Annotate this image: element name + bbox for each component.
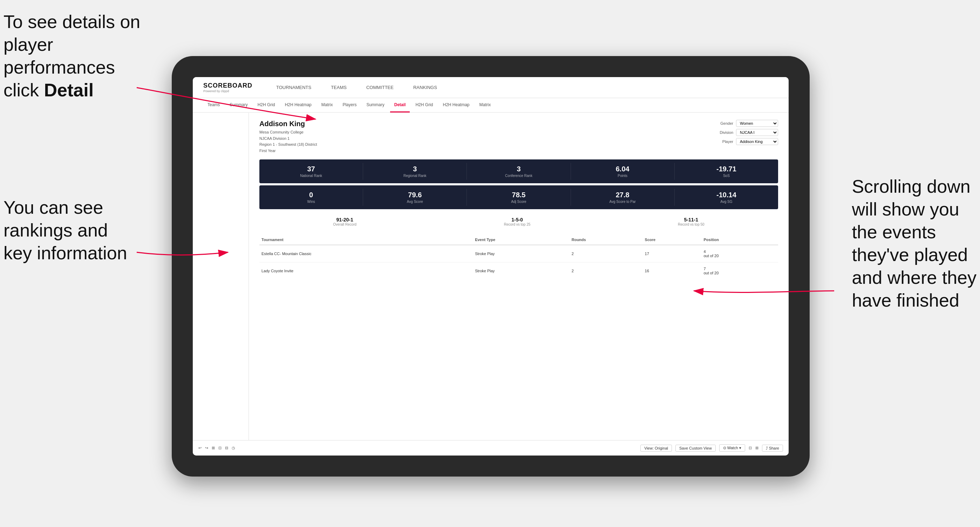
- player-year: First Year: [259, 148, 317, 154]
- rounds-1: 2: [570, 245, 643, 262]
- rounds-2: 2: [570, 262, 643, 279]
- stat-conference-rank: 3 Conference Rank: [467, 163, 571, 180]
- subnav-detail[interactable]: Detail: [390, 98, 410, 113]
- toolbar-icon6[interactable]: ⊞: [755, 446, 759, 450]
- player-select[interactable]: Addison King: [736, 138, 778, 145]
- stat-points-label: Points: [574, 174, 671, 178]
- record-top25: 1-5-0 Record vs top 25: [504, 217, 531, 226]
- stat-national-rank-value: 37: [263, 165, 359, 173]
- subnav-h2h-heatmap2[interactable]: H2H Heatmap: [439, 98, 474, 113]
- stat-points: 6.04 Points: [571, 163, 675, 180]
- nav-committee[interactable]: COMMITTEE: [363, 77, 396, 98]
- nav-tournaments[interactable]: TOURNAMENTS: [274, 77, 314, 98]
- player-school: Mesa Community College: [259, 129, 317, 136]
- record-top50-value: 5-11-1: [678, 217, 705, 222]
- col-rounds: Rounds: [570, 235, 643, 245]
- tournament-name-1: Estella CC- Mountain Classic: [259, 245, 473, 262]
- tournament-table: Tournament Event Type Rounds Score Posit…: [259, 235, 778, 279]
- toolbar-icon5[interactable]: ⊡: [749, 446, 752, 450]
- subnav-h2h-grid[interactable]: H2H Grid: [253, 98, 279, 113]
- stat-avg-sg: -10.14 Avg SG: [675, 189, 778, 206]
- record-overall-label: Overall Record: [333, 222, 356, 226]
- record-top25-label: Record vs top 25: [504, 222, 531, 226]
- stat-adj-score-value: 78.5: [470, 191, 567, 199]
- stat-sos-value: -19.71: [678, 165, 775, 173]
- player-name: Addison King: [259, 120, 317, 128]
- gender-label: Gender: [720, 121, 733, 125]
- position-2: 7out of 20: [702, 262, 778, 279]
- record-overall-value: 91-20-1: [333, 217, 356, 222]
- subnav-summary2[interactable]: Summary: [362, 98, 388, 113]
- stat-conference-rank-value: 3: [470, 165, 567, 173]
- toolbar-view-original[interactable]: View: Original: [640, 444, 672, 452]
- stat-regional-rank-value: 3: [367, 165, 463, 173]
- annotation-topleft: To see details on player performances cl…: [3, 11, 144, 102]
- division-label: Division: [719, 130, 733, 135]
- stat-avg-sg-label: Avg SG: [678, 200, 775, 203]
- toolbar-icon1[interactable]: ⊞: [212, 446, 215, 450]
- col-score: Score: [643, 235, 702, 245]
- table-row: Estella CC- Mountain Classic Stroke Play…: [259, 245, 778, 262]
- player-info-section: Addison King Mesa Community College NJCA…: [259, 120, 778, 154]
- subnav-h2h-grid2[interactable]: H2H Grid: [411, 98, 437, 113]
- stat-conference-rank-label: Conference Rank: [470, 174, 567, 178]
- tournament-name-2: Lady Coyote Invite: [259, 262, 473, 279]
- stat-avg-score: 79.6 Avg Score: [363, 189, 467, 206]
- stat-avg-score-par: 27.8 Avg Score to Par: [571, 189, 675, 206]
- gender-filter-row: Gender Women Men: [720, 120, 778, 127]
- toolbar-share[interactable]: ⤴ Share: [762, 444, 783, 452]
- player-filter-label: Player: [722, 140, 733, 144]
- scoreboard-logo: SCOREBOARD Powered by clippd: [203, 82, 252, 93]
- annotation-bottomleft: You can see rankings and key information: [3, 196, 127, 265]
- player-filters: Gender Women Men Division NJCAA I NJCAA …: [719, 120, 778, 154]
- table-row: Lady Coyote Invite Stroke Play 2 16 7out…: [259, 262, 778, 279]
- nav-rankings[interactable]: RANKINGS: [410, 77, 440, 98]
- bottom-toolbar: ↩ ↪ ⊞ ⊡ ⊟ ◷ View: Original Save Custom V…: [193, 440, 789, 456]
- toolbar-undo[interactable]: ↩: [198, 446, 202, 450]
- tablet-frame: SCOREBOARD Powered by clippd TOURNAMENTS…: [172, 56, 810, 476]
- event-type-2: Stroke Play: [473, 262, 570, 279]
- event-type-1: Stroke Play: [473, 245, 570, 262]
- stat-avg-score-par-value: 27.8: [574, 191, 671, 199]
- stat-wins-label: Wins: [263, 200, 359, 203]
- stat-avg-score-label: Avg Score: [367, 200, 463, 203]
- left-panel: [193, 113, 249, 440]
- logo-sub: Powered by clippd: [203, 89, 252, 93]
- record-top50-label: Record vs top 50: [678, 222, 705, 226]
- toolbar-save-custom[interactable]: Save Custom View: [675, 444, 716, 452]
- record-overall: 91-20-1 Overall Record: [333, 217, 356, 226]
- gender-select[interactable]: Women Men: [736, 120, 778, 127]
- toolbar-redo[interactable]: ↪: [205, 446, 208, 450]
- stat-sos: -19.71 SoS: [675, 163, 778, 180]
- toolbar-watch[interactable]: ⊙ Watch ▾: [719, 444, 745, 452]
- subnav-matrix2[interactable]: Matrix: [475, 98, 495, 113]
- nav-teams[interactable]: TEAMS: [328, 77, 350, 98]
- annotation-detail-bold: Detail: [44, 80, 94, 100]
- toolbar-icon2[interactable]: ⊡: [218, 446, 221, 450]
- main-content: Addison King Mesa Community College NJCA…: [193, 113, 789, 440]
- subnav-matrix[interactable]: Matrix: [317, 98, 337, 113]
- player-filter-row: Player Addison King: [722, 138, 778, 145]
- stat-avg-score-par-label: Avg Score to Par: [574, 200, 671, 203]
- subnav-summary[interactable]: Summary: [225, 98, 252, 113]
- stat-wins-value: 0: [263, 191, 359, 199]
- score-1: 17: [643, 245, 702, 262]
- subnav-teams[interactable]: Teams: [203, 98, 224, 113]
- record-top25-value: 1-5-0: [504, 217, 531, 222]
- col-event-type: Event Type: [473, 235, 570, 245]
- col-position: Position: [702, 235, 778, 245]
- stat-avg-score-value: 79.6: [367, 191, 463, 199]
- record-row: 91-20-1 Overall Record 1-5-0 Record vs t…: [259, 214, 778, 229]
- toolbar-icon3[interactable]: ⊟: [225, 446, 228, 450]
- division-filter-row: Division NJCAA I NJCAA II: [719, 129, 778, 136]
- logo-title: SCOREBOARD: [203, 82, 252, 89]
- stat-regional-rank-label: Regional Rank: [367, 174, 463, 178]
- stat-sos-label: SoS: [678, 174, 775, 178]
- toolbar-icon4[interactable]: ◷: [232, 446, 235, 450]
- subnav-h2h-heatmap[interactable]: H2H Heatmap: [281, 98, 316, 113]
- division-select[interactable]: NJCAA I NJCAA II: [736, 129, 778, 136]
- stats-row1: 37 National Rank 3 Regional Rank 3 Confe…: [259, 159, 778, 183]
- record-top50: 5-11-1 Record vs top 50: [678, 217, 705, 226]
- stat-adj-score: 78.5 Adj Score: [467, 189, 571, 206]
- subnav-players[interactable]: Players: [338, 98, 361, 113]
